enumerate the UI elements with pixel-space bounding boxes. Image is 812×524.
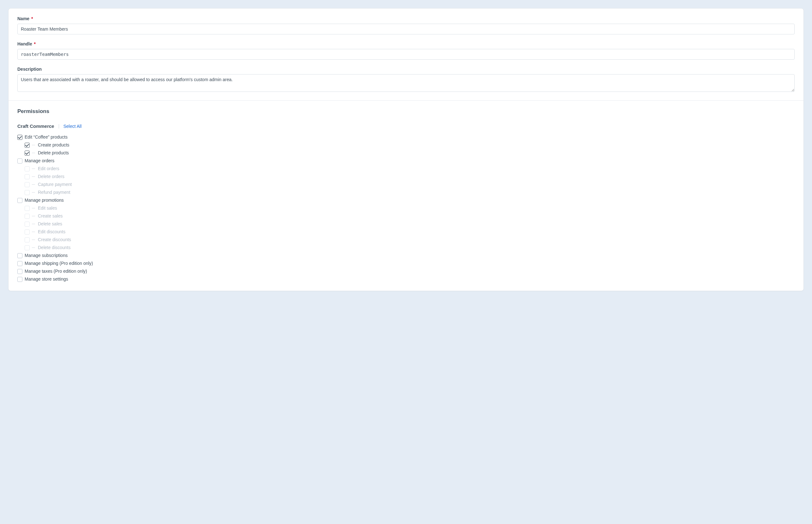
- permission-manage-store-settings: Manage store settings: [17, 275, 795, 283]
- permission-tree: Edit “Coffee” products Create products D…: [17, 133, 795, 283]
- permission-manage-subscriptions: Manage subscriptions: [17, 251, 795, 260]
- permission-label: Manage shipping (Pro edition only): [25, 260, 93, 267]
- checkbox-edit-discounts: [25, 229, 30, 234]
- checkbox-edit-sales: [25, 206, 30, 211]
- checkbox-delete-sales: [25, 222, 30, 227]
- checkbox-manage-subscriptions[interactable]: [17, 253, 22, 258]
- permission-manage-shipping: Manage shipping (Pro edition only): [17, 260, 795, 267]
- name-field: Name *: [17, 16, 795, 34]
- permission-group-header: Craft Commerce Select All: [17, 124, 795, 129]
- checkbox-delete-orders: [25, 174, 30, 179]
- permissions-heading: Permissions: [17, 108, 795, 115]
- permissions-section: Permissions Craft Commerce Select All Ed…: [9, 101, 803, 291]
- checkbox-manage-store-settings[interactable]: [17, 277, 22, 282]
- checkbox-manage-shipping[interactable]: [17, 261, 22, 266]
- tree-connector: [32, 224, 35, 224]
- handle-label: Handle *: [17, 42, 795, 46]
- handle-field: Handle *: [17, 42, 795, 60]
- tree-connector: [32, 247, 35, 248]
- permission-label: Manage promotions: [25, 197, 64, 203]
- checkbox-manage-promotions[interactable]: [17, 198, 22, 203]
- permission-label: Create discounts: [38, 236, 71, 243]
- permission-label: Capture payment: [38, 181, 72, 188]
- fields-section: Name * Handle * Description Users that a…: [9, 9, 803, 100]
- select-all-link[interactable]: Select All: [63, 124, 82, 129]
- handle-input[interactable]: [17, 49, 795, 60]
- tree-connector: [32, 145, 35, 145]
- checkbox-manage-taxes[interactable]: [17, 269, 22, 274]
- permission-label: Delete discounts: [38, 244, 71, 251]
- permission-capture-payment: Capture payment: [17, 181, 795, 189]
- name-input[interactable]: [17, 24, 795, 34]
- checkbox-create-sales: [25, 214, 30, 219]
- permission-edit-sales: Edit sales: [17, 204, 795, 212]
- checkbox-refund-payment: [25, 190, 30, 195]
- required-indicator: *: [31, 16, 33, 21]
- permission-label: Manage taxes (Pro edition only): [25, 268, 87, 275]
- description-label: Description: [17, 67, 795, 72]
- permission-label: Manage store settings: [25, 276, 68, 282]
- handle-label-text: Handle: [17, 42, 32, 46]
- tree-connector: [32, 177, 35, 177]
- checkbox-edit-coffee[interactable]: [17, 135, 22, 140]
- permission-create-discounts: Create discounts: [17, 236, 795, 244]
- permission-label: Delete orders: [38, 173, 64, 180]
- description-input[interactable]: Users that are associated with a roaster…: [17, 74, 795, 92]
- permission-delete-discounts: Delete discounts: [17, 244, 795, 251]
- required-indicator: *: [34, 42, 36, 46]
- permission-refund-payment: Refund payment: [17, 189, 795, 196]
- tree-connector: [32, 184, 35, 185]
- name-label-text: Name: [17, 16, 29, 21]
- permission-label: Delete products: [38, 150, 69, 156]
- permission-label: Edit discounts: [38, 229, 65, 235]
- permission-delete-orders: Delete orders: [17, 173, 795, 181]
- permission-label: Manage orders: [25, 158, 54, 164]
- permission-delete-products: Delete products: [17, 149, 795, 157]
- checkbox-capture-payment: [25, 182, 30, 187]
- tree-connector: [32, 208, 35, 208]
- tree-connector: [32, 232, 35, 232]
- permission-manage-taxes: Manage taxes (Pro edition only): [17, 267, 795, 275]
- tree-connector: [32, 168, 35, 169]
- name-label: Name *: [17, 16, 795, 21]
- checkbox-delete-discounts: [25, 245, 30, 250]
- tree-connector: [32, 192, 35, 193]
- checkbox-create-products[interactable]: [25, 143, 30, 148]
- permission-label: Create products: [38, 142, 69, 148]
- permission-edit-coffee: Edit “Coffee” products: [17, 133, 795, 141]
- checkbox-edit-orders: [25, 166, 30, 171]
- permission-label: Delete sales: [38, 220, 62, 227]
- permission-label: Edit sales: [38, 205, 57, 212]
- permission-create-products: Create products: [17, 141, 795, 149]
- permission-manage-promotions: Manage promotions: [17, 196, 795, 204]
- form-card: Name * Handle * Description Users that a…: [8, 8, 804, 291]
- permission-create-sales: Create sales: [17, 212, 795, 220]
- tree-connector: [32, 240, 35, 240]
- description-field: Description Users that are associated wi…: [17, 67, 795, 93]
- tree-connector: [32, 153, 35, 153]
- permission-label: Refund payment: [38, 189, 70, 196]
- permission-delete-sales: Delete sales: [17, 220, 795, 228]
- permission-edit-orders: Edit orders: [17, 165, 795, 173]
- permission-group-name: Craft Commerce: [17, 124, 54, 129]
- permission-label: Edit orders: [38, 165, 59, 172]
- permission-label: Edit “Coffee” products: [25, 134, 68, 141]
- permission-edit-discounts: Edit discounts: [17, 228, 795, 236]
- permission-manage-orders: Manage orders: [17, 157, 795, 165]
- checkbox-manage-orders[interactable]: [17, 159, 22, 164]
- checkbox-create-discounts: [25, 238, 30, 242]
- checkbox-delete-products[interactable]: [25, 151, 30, 155]
- permission-label: Create sales: [38, 213, 63, 219]
- permission-label: Manage subscriptions: [25, 252, 68, 259]
